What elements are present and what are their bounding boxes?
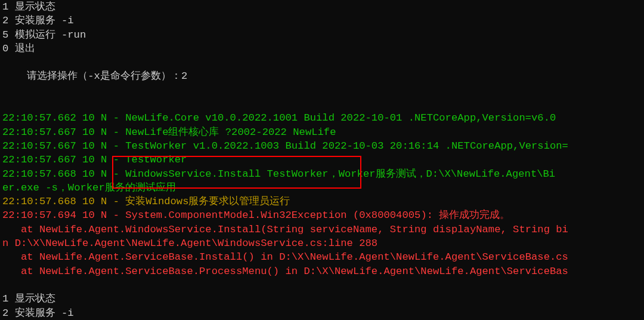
log-warning-line: 22:10:57.668 10 N - 安装Windows服务要求以管理员运行 <box>2 195 644 208</box>
terminal-output[interactable]: 1 显示状态 2 安装服务 -i 5 模拟运行 -run 0 退出 请选择操作（… <box>0 0 644 320</box>
log-line: 22:10:57.668 10 N - WindowsService.Insta… <box>2 167 644 181</box>
prompt-text: 请选择操作（-x是命令行参数）： <box>27 70 181 82</box>
log-stack-line: n D:\X\NewLife.Agent\NewLife.Agent\Windo… <box>2 236 644 250</box>
blank-line <box>2 97 644 111</box>
prompt-line: 请选择操作（-x是命令行参数）：2 <box>2 56 644 97</box>
log-error-message: System.ComponentModel.Win32Exception (0x… <box>119 210 510 221</box>
log-stack-line: at NewLife.Agent.ServiceBase.ProcessMenu… <box>2 264 644 278</box>
log-stack-line: at NewLife.Agent.ServiceBase.Install() i… <box>2 250 644 264</box>
log-line: 22:10:57.667 10 N - NewLife组件核心库 ?2002-2… <box>2 125 644 139</box>
menu-item-run: 5 模拟运行 -run <box>2 28 644 42</box>
menu-item-exit: 0 退出 <box>2 42 644 56</box>
log-line: 22:10:57.667 10 N - TestWorker v1.0.2022… <box>2 139 644 153</box>
log-error-line: 22:10:57.694 10 N - System.ComponentMode… <box>2 208 644 222</box>
log-stack-line: at NewLife.Agent.WindowsService.Install(… <box>2 223 644 236</box>
log-line: er.exe -s，Worker服务的测试应用 <box>2 181 644 195</box>
menu-item-status: 1 显示状态 <box>2 292 644 306</box>
menu-item-status: 1 显示状态 <box>2 0 644 14</box>
menu-item-install: 2 安装服务 -i <box>2 306 644 320</box>
blank-line <box>2 278 644 292</box>
menu-item-install: 2 安装服务 -i <box>2 14 644 27</box>
prompt-input: 2 <box>181 70 187 82</box>
log-error-timestamp: 22:10:57.694 10 N - <box>2 210 119 221</box>
log-line: 22:10:57.662 10 N - NewLife.Core v10.0.2… <box>2 111 644 125</box>
log-line: 22:10:57.667 10 N - TestWorker <box>2 153 644 167</box>
